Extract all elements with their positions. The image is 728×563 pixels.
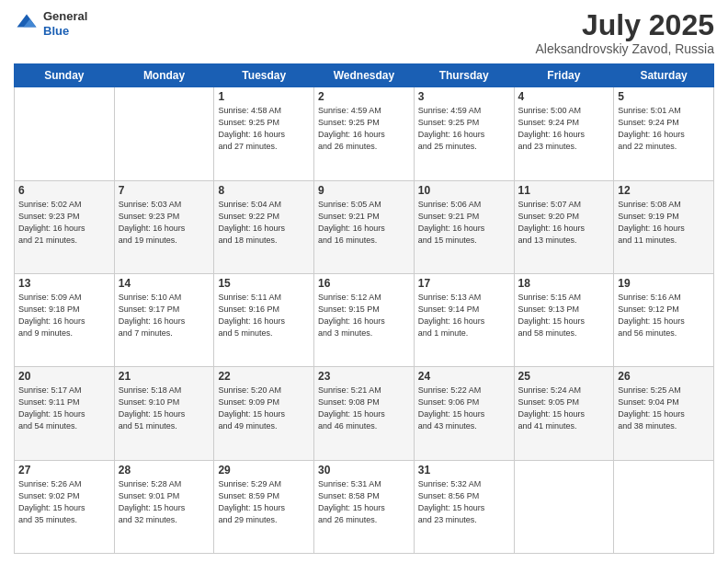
day-info: Sunrise: 5:06 AM Sunset: 9:21 PM Dayligh… — [418, 199, 510, 247]
day-info: Sunrise: 5:15 AM Sunset: 9:13 PM Dayligh… — [518, 292, 610, 339]
header-sunday: Sunday — [15, 64, 115, 87]
day-number: 26 — [618, 370, 710, 383]
calendar-cell: 24Sunrise: 5:22 AM Sunset: 9:06 PM Dayli… — [414, 367, 514, 460]
day-info: Sunrise: 5:24 AM Sunset: 9:05 PM Dayligh… — [518, 385, 610, 432]
day-info: Sunrise: 5:08 AM Sunset: 9:19 PM Dayligh… — [618, 199, 710, 247]
day-number: 11 — [518, 184, 610, 197]
day-info: Sunrise: 5:11 AM Sunset: 9:16 PM Dayligh… — [218, 292, 310, 339]
calendar-cell: 23Sunrise: 5:21 AM Sunset: 9:08 PM Dayli… — [314, 367, 415, 460]
day-info: Sunrise: 5:22 AM Sunset: 9:06 PM Dayligh… — [418, 385, 510, 432]
calendar-cell: 6Sunrise: 5:02 AM Sunset: 9:23 PM Daylig… — [15, 180, 115, 273]
calendar-cell: 8Sunrise: 5:04 AM Sunset: 9:22 PM Daylig… — [214, 180, 314, 273]
header-monday: Monday — [114, 64, 214, 87]
calendar-cell: 26Sunrise: 5:25 AM Sunset: 9:04 PM Dayli… — [614, 367, 714, 460]
day-number: 16 — [318, 277, 410, 290]
day-info: Sunrise: 5:16 AM Sunset: 9:12 PM Dayligh… — [618, 292, 710, 339]
header-tuesday: Tuesday — [214, 64, 314, 87]
day-number: 2 — [318, 90, 410, 103]
day-info: Sunrise: 4:59 AM Sunset: 9:25 PM Dayligh… — [318, 105, 410, 153]
calendar-cell — [114, 87, 214, 180]
day-number: 18 — [518, 277, 610, 290]
calendar-cell: 18Sunrise: 5:15 AM Sunset: 9:13 PM Dayli… — [514, 273, 614, 366]
day-info: Sunrise: 4:59 AM Sunset: 9:25 PM Dayligh… — [418, 105, 510, 153]
calendar-week-0: 1Sunrise: 4:58 AM Sunset: 9:25 PM Daylig… — [15, 87, 714, 180]
calendar-cell: 13Sunrise: 5:09 AM Sunset: 9:18 PM Dayli… — [15, 273, 115, 366]
day-info: Sunrise: 5:09 AM Sunset: 9:18 PM Dayligh… — [18, 292, 110, 339]
day-number: 3 — [418, 90, 510, 103]
day-number: 4 — [518, 90, 610, 103]
day-info: Sunrise: 5:25 AM Sunset: 9:04 PM Dayligh… — [618, 385, 710, 432]
calendar-cell — [514, 460, 614, 553]
day-number: 6 — [18, 184, 110, 197]
day-number: 13 — [18, 277, 110, 290]
day-number: 25 — [518, 370, 610, 383]
page: General Blue July 2025 Aleksandrovskiy Z… — [0, 0, 728, 563]
calendar-cell: 11Sunrise: 5:07 AM Sunset: 9:20 PM Dayli… — [514, 180, 614, 273]
day-info: Sunrise: 5:17 AM Sunset: 9:11 PM Dayligh… — [18, 385, 110, 432]
calendar-cell: 20Sunrise: 5:17 AM Sunset: 9:11 PM Dayli… — [15, 367, 115, 460]
day-info: Sunrise: 4:58 AM Sunset: 9:25 PM Dayligh… — [218, 105, 310, 153]
day-info: Sunrise: 5:04 AM Sunset: 9:22 PM Dayligh… — [218, 199, 310, 247]
logo-blue-text: Blue — [43, 24, 87, 39]
title-block: July 2025 Aleksandrovskiy Zavod, Russia — [535, 9, 714, 56]
title-month: July 2025 — [535, 9, 714, 41]
day-info: Sunrise: 5:05 AM Sunset: 9:21 PM Dayligh… — [318, 199, 410, 247]
day-info: Sunrise: 5:28 AM Sunset: 9:01 PM Dayligh… — [119, 478, 210, 526]
calendar-cell: 3Sunrise: 4:59 AM Sunset: 9:25 PM Daylig… — [414, 87, 514, 180]
calendar-week-4: 27Sunrise: 5:26 AM Sunset: 9:02 PM Dayli… — [15, 460, 714, 553]
header: General Blue July 2025 Aleksandrovskiy Z… — [14, 9, 714, 56]
weekday-header-row: Sunday Monday Tuesday Wednesday Thursday… — [15, 64, 714, 87]
day-info: Sunrise: 5:31 AM Sunset: 8:58 PM Dayligh… — [318, 478, 410, 526]
day-info: Sunrise: 5:29 AM Sunset: 8:59 PM Dayligh… — [218, 478, 310, 526]
calendar-cell: 1Sunrise: 4:58 AM Sunset: 9:25 PM Daylig… — [214, 87, 314, 180]
calendar-week-2: 13Sunrise: 5:09 AM Sunset: 9:18 PM Dayli… — [15, 273, 714, 366]
day-number: 23 — [318, 370, 410, 383]
day-number: 17 — [418, 277, 510, 290]
day-info: Sunrise: 5:13 AM Sunset: 9:14 PM Dayligh… — [418, 292, 510, 339]
day-number: 29 — [218, 464, 310, 477]
day-info: Sunrise: 5:07 AM Sunset: 9:20 PM Dayligh… — [518, 199, 610, 247]
logo: General Blue — [14, 9, 87, 38]
header-friday: Friday — [514, 64, 614, 87]
day-number: 10 — [418, 184, 510, 197]
calendar-week-1: 6Sunrise: 5:02 AM Sunset: 9:23 PM Daylig… — [15, 180, 714, 273]
day-number: 30 — [318, 464, 410, 477]
calendar-cell: 29Sunrise: 5:29 AM Sunset: 8:59 PM Dayli… — [214, 460, 314, 553]
calendar-cell: 14Sunrise: 5:10 AM Sunset: 9:17 PM Dayli… — [114, 273, 214, 366]
day-number: 8 — [218, 184, 310, 197]
calendar-week-3: 20Sunrise: 5:17 AM Sunset: 9:11 PM Dayli… — [15, 367, 714, 460]
calendar-cell: 22Sunrise: 5:20 AM Sunset: 9:09 PM Dayli… — [214, 367, 314, 460]
calendar-cell: 9Sunrise: 5:05 AM Sunset: 9:21 PM Daylig… — [314, 180, 415, 273]
day-number: 28 — [119, 464, 210, 477]
day-number: 12 — [618, 184, 710, 197]
calendar-table: Sunday Monday Tuesday Wednesday Thursday… — [14, 63, 714, 554]
logo-icon — [14, 11, 40, 37]
calendar-cell: 10Sunrise: 5:06 AM Sunset: 9:21 PM Dayli… — [414, 180, 514, 273]
day-number: 20 — [18, 370, 110, 383]
day-info: Sunrise: 5:32 AM Sunset: 8:56 PM Dayligh… — [418, 478, 510, 526]
day-info: Sunrise: 5:26 AM Sunset: 9:02 PM Dayligh… — [18, 478, 110, 526]
calendar-cell: 17Sunrise: 5:13 AM Sunset: 9:14 PM Dayli… — [414, 273, 514, 366]
day-number: 22 — [218, 370, 310, 383]
day-number: 1 — [218, 90, 310, 103]
day-number: 31 — [418, 464, 510, 477]
day-number: 5 — [618, 90, 710, 103]
calendar-cell: 16Sunrise: 5:12 AM Sunset: 9:15 PM Dayli… — [314, 273, 415, 366]
day-number: 24 — [418, 370, 510, 383]
calendar-cell: 30Sunrise: 5:31 AM Sunset: 8:58 PM Dayli… — [314, 460, 415, 553]
day-info: Sunrise: 5:21 AM Sunset: 9:08 PM Dayligh… — [318, 385, 410, 432]
logo-general-text: General — [43, 9, 87, 24]
calendar-cell: 12Sunrise: 5:08 AM Sunset: 9:19 PM Dayli… — [614, 180, 714, 273]
day-info: Sunrise: 5:03 AM Sunset: 9:23 PM Dayligh… — [119, 199, 210, 247]
header-wednesday: Wednesday — [314, 64, 415, 87]
calendar-cell: 25Sunrise: 5:24 AM Sunset: 9:05 PM Dayli… — [514, 367, 614, 460]
calendar-cell: 21Sunrise: 5:18 AM Sunset: 9:10 PM Dayli… — [114, 367, 214, 460]
day-number: 19 — [618, 277, 710, 290]
day-number: 15 — [218, 277, 310, 290]
calendar-cell: 19Sunrise: 5:16 AM Sunset: 9:12 PM Dayli… — [614, 273, 714, 366]
logo-text: General Blue — [43, 9, 87, 38]
day-info: Sunrise: 5:10 AM Sunset: 9:17 PM Dayligh… — [119, 292, 210, 339]
calendar-cell: 2Sunrise: 4:59 AM Sunset: 9:25 PM Daylig… — [314, 87, 415, 180]
day-number: 7 — [119, 184, 210, 197]
calendar-cell: 5Sunrise: 5:01 AM Sunset: 9:24 PM Daylig… — [614, 87, 714, 180]
